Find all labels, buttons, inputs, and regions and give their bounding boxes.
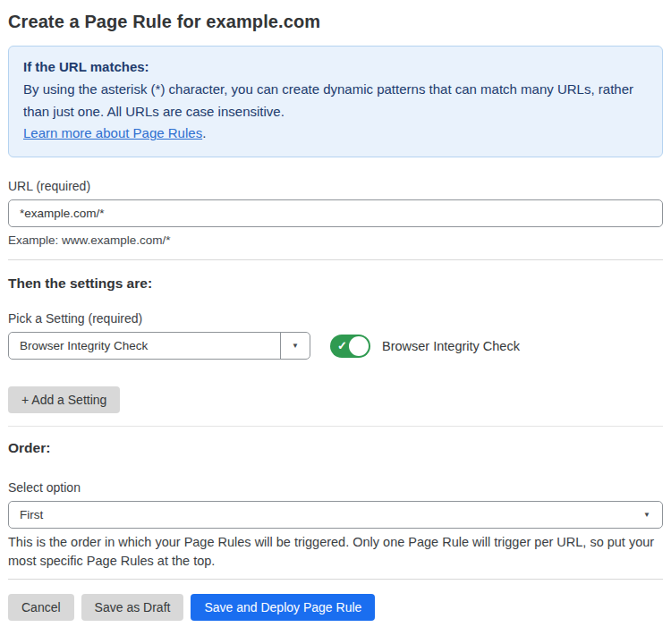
divider xyxy=(8,259,663,260)
setting-picker-label: Pick a Setting (required) xyxy=(8,311,663,326)
toggle-knob xyxy=(349,336,369,356)
toggle-label: Browser Integrity Check xyxy=(382,339,520,353)
link-suffix: . xyxy=(202,125,206,140)
divider xyxy=(8,426,663,427)
page-rule-form: Create a Page Rule for example.com If th… xyxy=(0,12,671,621)
footer-actions: Cancel Save as Draft Save and Deploy Pag… xyxy=(8,594,663,621)
setting-row: Browser Integrity Check ▼ ✓ Browser Inte… xyxy=(8,332,663,360)
info-box-link-line: Learn more about Page Rules. xyxy=(23,123,648,145)
order-select-label: Select option xyxy=(8,480,663,495)
add-setting-button[interactable]: + Add a Setting xyxy=(8,386,120,413)
url-field-label: URL (required) xyxy=(8,179,663,193)
info-box-heading: If the URL matches: xyxy=(23,56,648,79)
info-box-body: By using the asterisk (*) character, you… xyxy=(23,79,648,123)
setting-select-arrow-button[interactable]: ▼ xyxy=(280,333,310,359)
divider xyxy=(8,579,663,580)
browser-integrity-toggle[interactable]: ✓ xyxy=(330,335,370,358)
order-section-heading: Order: xyxy=(8,440,663,456)
url-input[interactable] xyxy=(8,199,663,227)
chevron-down-icon: ▼ xyxy=(643,512,650,519)
save-deploy-button[interactable]: Save and Deploy Page Rule xyxy=(191,594,375,621)
page-title: Create a Page Rule for example.com xyxy=(8,12,663,32)
order-select-arrow: ▼ xyxy=(643,502,662,528)
order-select[interactable]: First ▼ xyxy=(8,501,663,529)
setting-select-value: Browser Integrity Check xyxy=(9,333,280,359)
url-example-text: Example: www.example.com/* xyxy=(8,233,663,247)
chevron-down-icon: ▼ xyxy=(292,343,299,350)
save-draft-button[interactable]: Save as Draft xyxy=(81,594,184,621)
learn-more-link[interactable]: Learn more about Page Rules xyxy=(23,125,202,140)
url-match-info-box: If the URL matches: By using the asteris… xyxy=(8,46,663,157)
check-icon: ✓ xyxy=(337,340,347,352)
setting-select[interactable]: Browser Integrity Check ▼ xyxy=(8,332,310,360)
settings-section-heading: Then the settings are: xyxy=(8,275,663,292)
order-help-text: This is the order in which your Page Rul… xyxy=(8,533,663,571)
cancel-button[interactable]: Cancel xyxy=(8,594,74,621)
order-select-value: First xyxy=(9,502,643,528)
